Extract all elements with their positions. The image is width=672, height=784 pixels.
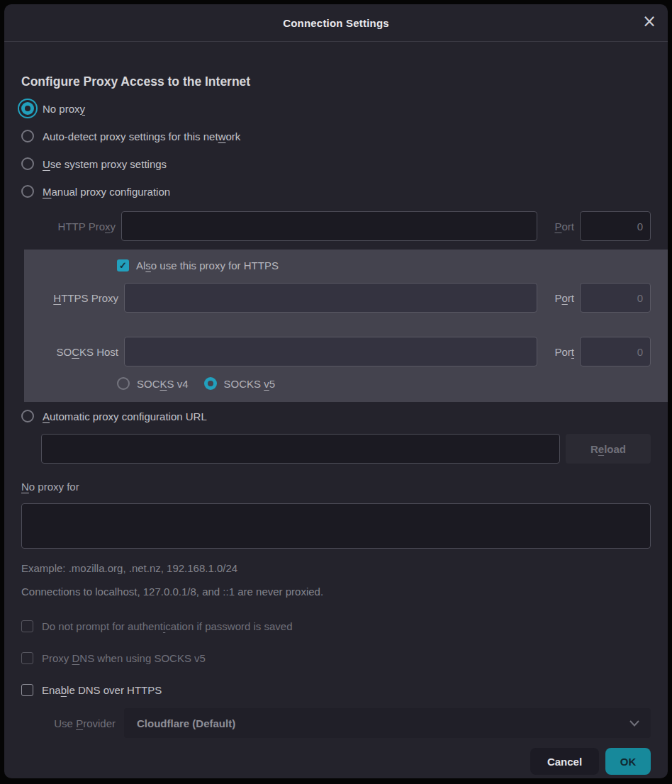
no-proxy-for-label: No proxy for <box>21 478 651 495</box>
radio-button[interactable] <box>21 185 34 198</box>
checkbox-checked[interactable]: ✓ <box>117 259 129 271</box>
localhost-note-text: Connections to localhost, 127.0.0.1/8, a… <box>21 586 651 598</box>
provider-dropdown-value: Cloudflare (Default) <box>137 717 235 729</box>
proxy-dns-label: Proxy DNS when using SOCKS v5 <box>42 652 206 664</box>
socks-port-label: Port <box>543 346 574 358</box>
no-prompt-label: Do not prompt for authentication if pass… <box>42 620 293 632</box>
socks-host-row: SOCKS Host Port <box>24 337 651 366</box>
ok-button[interactable]: OK <box>605 748 651 775</box>
radio-no-proxy-label: No proxy <box>43 103 85 115</box>
also-https-checkbox-row[interactable]: ✓ Also use this proxy for HTTPS <box>117 257 651 274</box>
https-proxy-row: HTTPS Proxy Port <box>24 283 651 313</box>
http-proxy-label: HTTP Proxy <box>21 220 116 233</box>
check-icon: ✓ <box>119 260 127 271</box>
socks-host-input[interactable] <box>124 337 537 366</box>
socks-port-input[interactable] <box>580 337 651 366</box>
https-proxy-input[interactable] <box>124 283 537 313</box>
http-port-label: Port <box>543 220 574 233</box>
chevron-down-icon <box>629 720 639 727</box>
provider-row: Use Provider Cloudflare (Default) <box>21 708 651 738</box>
cancel-button[interactable]: Cancel <box>530 748 599 775</box>
radio-system-proxy[interactable]: Use system proxy settings <box>21 155 651 172</box>
radio-button[interactable] <box>21 410 34 422</box>
checkbox-unchecked[interactable] <box>21 620 33 632</box>
enable-doh-label: Enable DNS over HTTPS <box>42 684 162 696</box>
http-proxy-input[interactable] <box>121 211 537 241</box>
dialog-actions: Cancel OK <box>21 748 651 775</box>
https-proxy-label: HTTPS Proxy <box>24 292 118 304</box>
page-title: Configure Proxy Access to the Internet <box>21 74 651 89</box>
radio-socks-v5[interactable]: SOCKS v5 <box>204 377 276 390</box>
also-https-label: Also use this proxy for HTTPS <box>136 259 279 271</box>
radio-auto-detect[interactable]: Auto-detect proxy settings for this netw… <box>21 128 651 145</box>
https-highlight-panel: ✓ Also use this proxy for HTTPS HTTPS Pr… <box>24 250 668 402</box>
no-proxy-for-textarea[interactable] <box>21 503 651 549</box>
radio-no-proxy[interactable]: No proxy <box>21 100 651 117</box>
example-text: Example: .mozilla.org, .net.nz, 192.168.… <box>21 562 651 574</box>
reload-button[interactable]: Reload <box>566 434 651 464</box>
enable-doh-checkbox-row[interactable]: Enable DNS over HTTPS <box>21 681 651 698</box>
checkbox-unchecked[interactable] <box>21 652 33 664</box>
auto-url-row: Reload <box>41 434 651 464</box>
radio-auto-url-label: Automatic proxy configuration URL <box>43 410 207 422</box>
close-icon[interactable]: × <box>642 13 656 30</box>
https-port-input[interactable] <box>580 283 651 313</box>
provider-dropdown[interactable]: Cloudflare (Default) <box>124 708 651 738</box>
socks-host-label: SOCKS Host <box>24 346 118 358</box>
radio-button[interactable] <box>21 157 34 170</box>
radio-system-proxy-label: Use system proxy settings <box>43 158 167 170</box>
no-prompt-checkbox-row[interactable]: Do not prompt for authentication if pass… <box>21 617 651 634</box>
auto-config-url-input[interactable] <box>41 434 560 464</box>
dialog-content: Configure Proxy Access to the Internet N… <box>4 74 668 775</box>
radio-button-selected[interactable] <box>204 377 217 390</box>
radio-manual-proxy[interactable]: Manual proxy configuration <box>21 183 651 200</box>
radio-button[interactable] <box>21 130 34 142</box>
dialog-title: Connection Settings <box>283 17 389 29</box>
http-proxy-row: HTTP Proxy Port <box>21 211 651 241</box>
socks-v4-label: SOCKS v4 <box>137 378 189 390</box>
radio-auto-detect-label: Auto-detect proxy settings for this netw… <box>43 130 240 142</box>
radio-button[interactable] <box>117 377 130 390</box>
dialog-titlebar: Connection Settings × <box>4 4 668 42</box>
radio-socks-v4[interactable]: SOCKS v4 <box>117 377 189 390</box>
proxy-dns-checkbox-row[interactable]: Proxy DNS when using SOCKS v5 <box>21 649 651 666</box>
radio-auto-url[interactable]: Automatic proxy configuration URL <box>21 408 651 425</box>
checkbox-unchecked[interactable] <box>21 684 33 696</box>
socks-v5-label: SOCKS v5 <box>224 378 276 390</box>
http-port-input[interactable] <box>580 211 651 241</box>
connection-settings-dialog: Connection Settings × Configure Proxy Ac… <box>4 4 668 778</box>
use-provider-label: Use Provider <box>21 717 116 729</box>
socks-version-row: SOCKS v4 SOCKS v5 <box>117 375 651 392</box>
https-port-label: Port <box>543 292 574 304</box>
radio-button-selected[interactable] <box>21 102 34 115</box>
radio-manual-proxy-label: Manual proxy configuration <box>43 186 170 198</box>
